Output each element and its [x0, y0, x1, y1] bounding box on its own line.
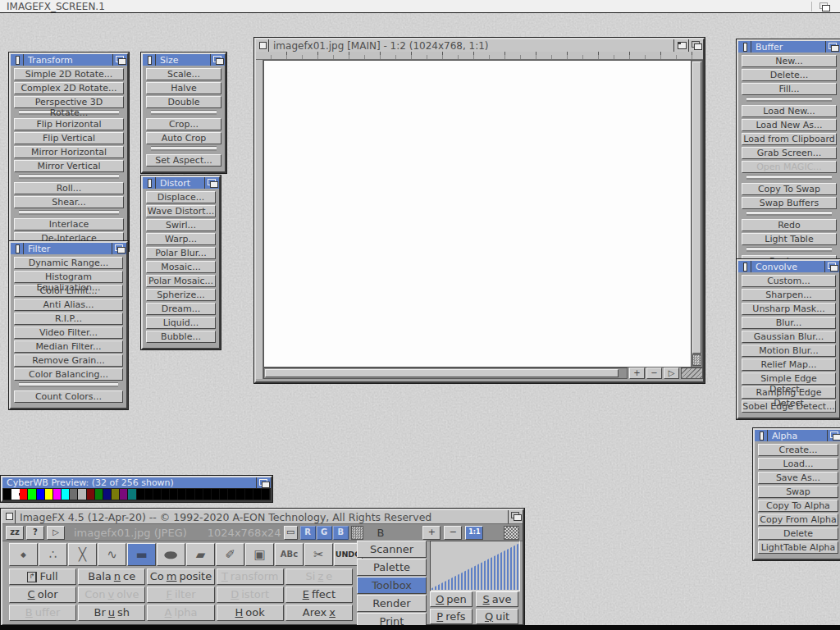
color-swatch[interactable]: [95, 489, 103, 500]
polygon-tool[interactable]: ▰: [186, 543, 215, 566]
button-liquid[interactable]: Liquid...: [146, 317, 216, 329]
button-complex-2d-rotate[interactable]: Complex 2D Rotate...: [14, 82, 124, 94]
close-gadget[interactable]: [755, 430, 768, 441]
zoom-out-gadget[interactable]: −: [646, 368, 662, 379]
transform-titlebar[interactable]: Transform: [11, 54, 127, 66]
button-balance[interactable]: Balance: [78, 568, 145, 585]
zoom-out-button[interactable]: −: [444, 526, 462, 540]
dither-button[interactable]: [351, 526, 363, 540]
button-spherize[interactable]: Spherize...: [146, 289, 216, 301]
button-effect[interactable]: Effect: [285, 587, 353, 603]
palette-titlebar[interactable]: CyberWB Preview: (32 of 256 shown): [2, 477, 271, 488]
button-simple-2d-rotate[interactable]: Simple 2D Rotate...: [14, 68, 124, 80]
color-swatch[interactable]: [3, 489, 11, 500]
button-fill[interactable]: Fill...: [742, 83, 837, 95]
vertical-scrollbar[interactable]: [691, 60, 703, 368]
color-swatch[interactable]: [195, 489, 203, 500]
color-swatch[interactable]: [137, 489, 145, 500]
button-histogram-equalization[interactable]: Histogram Equalization...: [14, 271, 123, 283]
color-swatch[interactable]: [153, 489, 162, 500]
button-double[interactable]: Double: [146, 96, 221, 108]
button-copy-from-alpha[interactable]: Copy From Alpha: [758, 514, 838, 526]
zoom-in-button[interactable]: +: [422, 526, 441, 540]
button-grab-screen[interactable]: Grab Screen...: [742, 147, 837, 159]
button-motion-blur[interactable]: Motion Blur...: [742, 345, 836, 357]
button-dynamic-range[interactable]: Dynamic Range...: [14, 257, 123, 269]
close-gadget[interactable]: [256, 39, 269, 52]
button-toolbox[interactable]: Toolbox: [357, 577, 427, 594]
button-load-new-as[interactable]: Load New As...: [742, 119, 837, 131]
close-gadget[interactable]: [738, 261, 751, 272]
button-flip-horizontal[interactable]: Flip Horizontal: [14, 118, 124, 130]
pan-gadget[interactable]: ▷: [664, 368, 679, 379]
color-swatch[interactable]: [20, 489, 28, 500]
button-load-new[interactable]: Load New...: [742, 105, 837, 117]
button-perspective-3d-rotate[interactable]: Perspective 3D Rotate...: [14, 96, 124, 108]
button-load[interactable]: Load...: [758, 458, 838, 470]
button-create[interactable]: Create...: [758, 444, 838, 456]
color-swatch[interactable]: [62, 489, 70, 500]
button-crop[interactable]: Crop...: [146, 118, 221, 130]
button-full[interactable]: ↱Full: [9, 568, 76, 585]
button-mosaic[interactable]: Mosaic...: [146, 261, 216, 273]
b-channel-button[interactable]: B: [333, 526, 349, 540]
button-set-aspect[interactable]: Set Aspect...: [146, 154, 221, 167]
button-save-as[interactable]: Save As...: [758, 472, 838, 484]
scrollbar-gadget[interactable]: [692, 354, 701, 366]
button-color[interactable]: Color: [9, 587, 76, 603]
button-polar-blur[interactable]: Polar Blur...: [146, 247, 216, 259]
vertical-scrollbar-thumb[interactable]: [692, 62, 701, 354]
button-video-filter[interactable]: Video Filter...: [14, 326, 123, 339]
oval-tool[interactable]: ●: [157, 543, 185, 566]
button-custom[interactable]: Custom...: [742, 275, 836, 287]
button-count-colors[interactable]: Count Colors...: [14, 390, 123, 403]
button-ramping-edge-detect[interactable]: Ramping Edge Detect: [742, 386, 836, 399]
color-swatch[interactable]: [212, 489, 220, 500]
button-lighttable-alpha[interactable]: LightTable Alpha: [758, 541, 838, 554]
size-titlebar[interactable]: Size: [143, 54, 225, 66]
depth-gadget[interactable]: [210, 54, 225, 66]
r-channel-button[interactable]: R: [300, 526, 316, 540]
color-swatch[interactable]: [87, 489, 95, 500]
button-composite[interactable]: Composite: [147, 568, 214, 585]
zoom-1to1-button[interactable]: 1:1: [465, 526, 483, 540]
toolbar-titlebar[interactable]: ImageFX 4.5 (12-Apr-20) -- © 1992-2020 A…: [2, 510, 523, 523]
button-interlace[interactable]: Interlace: [14, 218, 124, 231]
g-channel-button[interactable]: G: [317, 526, 332, 540]
button-roll[interactable]: Roll...: [14, 182, 124, 194]
color-swatch[interactable]: [203, 489, 212, 500]
color-swatch[interactable]: [170, 489, 178, 500]
button-wave-distort[interactable]: Wave Distort...: [146, 205, 216, 217]
button-prefs[interactable]: Prefs: [430, 609, 472, 624]
depth-gadget[interactable]: [508, 510, 523, 523]
screen-mode-button[interactable]: ▭: [284, 526, 298, 540]
button-scale[interactable]: Scale...: [146, 68, 221, 80]
button-polar-mosaic[interactable]: Polar Mosaic...: [146, 275, 216, 287]
button-anti-alias[interactable]: Anti Alias...: [14, 299, 123, 311]
button-blur[interactable]: Blur...: [742, 317, 836, 329]
button-halve[interactable]: Halve: [146, 82, 221, 94]
screen-depth-gadget[interactable]: [817, 1, 835, 11]
close-gadget[interactable]: [738, 41, 751, 52]
button-sharpen[interactable]: Sharpen...: [742, 289, 836, 301]
close-gadget[interactable]: [143, 54, 156, 66]
depth-gadget[interactable]: [112, 243, 126, 254]
point-tool[interactable]: ◆: [9, 543, 38, 566]
close-gadget[interactable]: [11, 54, 24, 66]
button-hook[interactable]: Hook: [217, 605, 284, 621]
depth-gadget[interactable]: [688, 39, 703, 52]
color-swatch[interactable]: [228, 489, 236, 500]
button-displace[interactable]: Displace...: [146, 191, 216, 203]
convolve-titlebar[interactable]: Convolve: [738, 261, 839, 272]
macro-button[interactable]: ▷: [47, 526, 65, 540]
button-relief-map[interactable]: Relief Map...: [742, 358, 836, 371]
button-light-table[interactable]: Light Table: [742, 233, 837, 245]
depth-gadget[interactable]: [204, 177, 219, 189]
scissors-tool[interactable]: ✂: [304, 543, 333, 566]
close-gadget[interactable]: [11, 243, 24, 254]
color-swatch[interactable]: [28, 489, 36, 500]
button-load-from-clipboard[interactable]: Load from Clipboard: [742, 133, 837, 145]
color-swatch[interactable]: [120, 489, 128, 500]
button-gaussian-blur[interactable]: Gaussian Blur...: [742, 331, 836, 343]
color-swatch[interactable]: [112, 489, 120, 500]
